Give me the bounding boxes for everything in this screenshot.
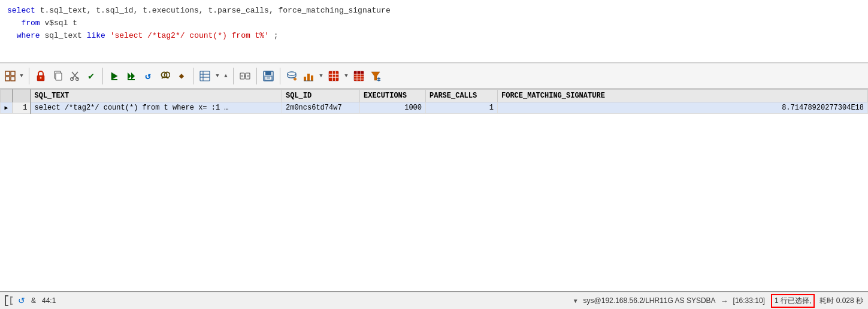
status-refresh-icon[interactable]: ↺ bbox=[18, 296, 25, 305]
status-small-bracket bbox=[10, 296, 13, 305]
sep-5 bbox=[256, 68, 257, 84]
cell-sql-id: 2m0ncs6td74w7 bbox=[282, 102, 360, 114]
svg-rect-41 bbox=[329, 71, 338, 81]
svg-rect-0 bbox=[5, 71, 10, 75]
svg-marker-15 bbox=[131, 72, 135, 80]
sql-where-indent bbox=[7, 31, 12, 40]
status-bar-right: → [16:33:10] 1 行已选择, 耗时 0.028 秒 bbox=[721, 294, 863, 308]
cell-parse-calls: 1 bbox=[426, 102, 498, 114]
sep-2 bbox=[102, 68, 103, 84]
step-into-icon bbox=[110, 71, 119, 81]
results-wrapper: SQL_TEXT SQL_ID EXECUTIONS PARSE_CALLS F… bbox=[0, 89, 868, 291]
adddb-icon bbox=[286, 71, 297, 81]
status-left-bracket bbox=[5, 295, 8, 306]
run-all-button[interactable] bbox=[123, 68, 139, 84]
status-connection: sys@192.168.56.2/LHR11G AS SYSDBA bbox=[583, 296, 716, 305]
status-icon-panel bbox=[5, 295, 14, 306]
row-arrow-indicator: ▶ bbox=[4, 105, 8, 111]
table-row[interactable]: ▶ 1 select /*tag2*/ count(*) from t wher… bbox=[1, 102, 868, 114]
header-sql-id[interactable]: SQL_ID bbox=[282, 90, 360, 102]
chart-icon bbox=[303, 71, 314, 81]
editor-line-1: select t.sql_text, t.sql_id, t.execution… bbox=[7, 5, 861, 17]
cell-sql-text: select /*tag2*/ count(*) from t where x=… bbox=[31, 102, 282, 114]
svg-rect-38 bbox=[307, 74, 310, 81]
cell-executions: 1000 bbox=[360, 102, 426, 114]
editor-area: select t.sql_text, t.sql_id, t.execution… bbox=[0, 0, 868, 63]
svg-rect-39 bbox=[311, 75, 313, 81]
header-row-indicator bbox=[1, 90, 13, 102]
toolbar: ▼ ✔ bbox=[0, 63, 868, 89]
status-arrow: → bbox=[721, 296, 728, 305]
connect-button[interactable] bbox=[237, 68, 253, 84]
svg-rect-2 bbox=[5, 77, 10, 81]
editor-line-3: where sql_text like 'select /*tag2*/ cou… bbox=[7, 30, 861, 43]
svg-rect-21 bbox=[200, 71, 210, 81]
grid-dropdown-arrow[interactable]: ▼ bbox=[18, 68, 25, 84]
find-button[interactable] bbox=[157, 68, 173, 84]
run-all-icon bbox=[126, 71, 136, 81]
svg-rect-31 bbox=[265, 71, 271, 75]
sql-semicolon: ; bbox=[274, 31, 279, 40]
status-bar-center: ▼ sys@192.168.56.2/LHR11G AS SYSDBA bbox=[573, 296, 716, 305]
status-bar-left: ↺ & 44:1 bbox=[5, 295, 568, 306]
status-position: 44:1 bbox=[42, 296, 56, 305]
svg-rect-47 bbox=[354, 71, 364, 74]
filter-button[interactable] bbox=[368, 68, 383, 84]
results-area: SQL_TEXT SQL_ID EXECUTIONS PARSE_CALLS F… bbox=[0, 89, 868, 291]
keyword-like: like bbox=[87, 31, 105, 40]
svg-marker-12 bbox=[111, 72, 117, 80]
grid2-button[interactable] bbox=[326, 68, 341, 84]
sql-from-indent bbox=[7, 19, 17, 28]
cell-force-matching: 8.71478920277304E18 bbox=[498, 102, 868, 114]
result-up-arrow[interactable]: ▲ bbox=[222, 68, 229, 84]
find-icon bbox=[160, 71, 170, 81]
grid-button[interactable] bbox=[4, 68, 17, 84]
filter-icon bbox=[370, 71, 381, 81]
sep-3 bbox=[193, 68, 193, 84]
svg-point-5 bbox=[40, 77, 42, 78]
sql-columns: t.sql_text, t.sql_id, t.executions, t.pa… bbox=[40, 6, 391, 15]
adddb-button[interactable] bbox=[284, 68, 300, 84]
results-table: SQL_TEXT SQL_ID EXECUTIONS PARSE_CALLS F… bbox=[0, 89, 868, 114]
keyword-where: where bbox=[17, 31, 40, 40]
save-icon bbox=[263, 71, 274, 81]
refresh-button[interactable]: ↺ bbox=[140, 68, 156, 84]
keyword-from: from bbox=[21, 19, 40, 28]
save-button[interactable] bbox=[261, 68, 276, 84]
result-icon bbox=[199, 71, 210, 81]
header-parse-calls[interactable]: PARSE_CALLS bbox=[426, 90, 498, 102]
diamond-button[interactable]: ◆ bbox=[174, 68, 189, 84]
svg-rect-33 bbox=[267, 77, 270, 79]
status-time: [16:33:10] bbox=[733, 296, 765, 305]
grid-icon bbox=[5, 71, 16, 81]
header-force-matching[interactable]: FORCE_MATCHING_SIGNATURE bbox=[498, 90, 868, 102]
cut-button[interactable] bbox=[66, 68, 82, 84]
svg-rect-37 bbox=[304, 77, 306, 81]
svg-point-34 bbox=[288, 72, 296, 75]
cut-icon bbox=[69, 71, 80, 81]
chart-button[interactable] bbox=[301, 68, 316, 84]
grid2-icon bbox=[328, 71, 339, 81]
chart-dropdown-arrow[interactable]: ▼ bbox=[317, 68, 325, 84]
svg-rect-7 bbox=[56, 73, 62, 80]
lock-icon bbox=[36, 71, 46, 81]
header-row-num bbox=[13, 90, 31, 102]
table-button[interactable] bbox=[351, 68, 367, 84]
connection-dropdown-arrow[interactable]: ▼ bbox=[573, 298, 579, 304]
check-button[interactable]: ✔ bbox=[83, 68, 99, 84]
step-into-button[interactable] bbox=[107, 68, 122, 84]
status-ampersand: & bbox=[31, 296, 36, 305]
connect-icon bbox=[240, 71, 250, 81]
table-header-row: SQL_TEXT SQL_ID EXECUTIONS PARSE_CALLS F… bbox=[1, 90, 868, 102]
copy-button[interactable] bbox=[50, 68, 65, 84]
lock-button[interactable] bbox=[33, 68, 49, 84]
header-sql-text[interactable]: SQL_TEXT bbox=[31, 90, 282, 102]
table-icon bbox=[353, 71, 364, 81]
grid2-dropdown-arrow[interactable]: ▼ bbox=[343, 68, 350, 84]
status-bar: ↺ & 44:1 ▼ sys@192.168.56.2/LHR11G AS SY… bbox=[0, 291, 868, 309]
result-button[interactable] bbox=[197, 68, 213, 84]
copy-icon bbox=[53, 71, 63, 81]
sep-1 bbox=[29, 68, 29, 84]
header-executions[interactable]: EXECUTIONS bbox=[360, 90, 426, 102]
result-down-arrow[interactable]: ▼ bbox=[214, 68, 221, 84]
